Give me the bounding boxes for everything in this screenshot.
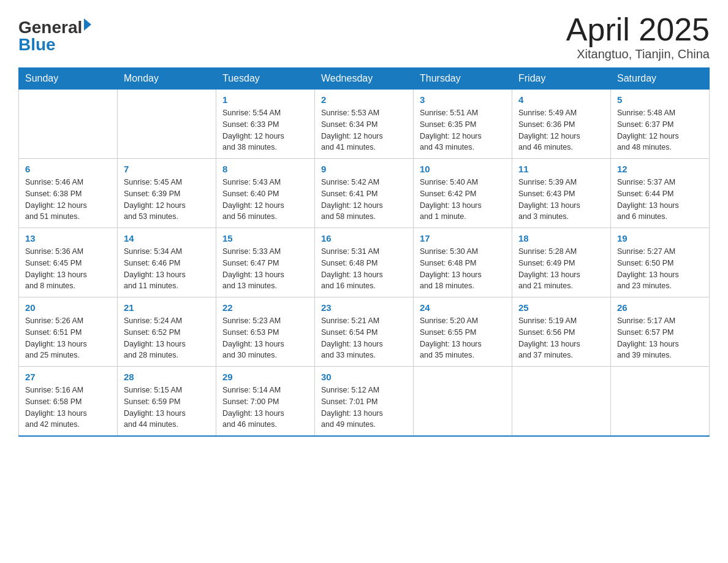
day-info: Sunrise: 5:27 AM Sunset: 6:50 PM Dayligh…: [617, 246, 703, 292]
day-info: Sunrise: 5:54 AM Sunset: 6:33 PM Dayligh…: [222, 107, 308, 153]
calendar-cell: 9Sunrise: 5:42 AM Sunset: 6:41 PM Daylig…: [315, 159, 414, 228]
calendar-cell: 4Sunrise: 5:49 AM Sunset: 6:36 PM Daylig…: [512, 90, 611, 159]
calendar-cell: 24Sunrise: 5:20 AM Sunset: 6:55 PM Dayli…: [414, 297, 512, 367]
day-of-week-header: Saturday: [611, 68, 710, 90]
calendar-cell: 3Sunrise: 5:51 AM Sunset: 6:35 PM Daylig…: [414, 90, 512, 159]
calendar-week-row: 20Sunrise: 5:26 AM Sunset: 6:51 PM Dayli…: [19, 297, 710, 367]
day-info: Sunrise: 5:17 AM Sunset: 6:57 PM Dayligh…: [617, 315, 703, 361]
logo-blue-text: Blue: [18, 35, 56, 54]
day-of-week-header: Wednesday: [315, 68, 414, 90]
day-number: 2: [321, 94, 407, 105]
day-number: 15: [222, 233, 308, 243]
day-info: Sunrise: 5:12 AM Sunset: 7:01 PM Dayligh…: [321, 385, 407, 431]
calendar-cell: [118, 90, 216, 159]
day-number: 26: [617, 302, 703, 313]
calendar-week-row: 6Sunrise: 5:46 AM Sunset: 6:38 PM Daylig…: [19, 159, 710, 228]
day-number: 24: [420, 302, 506, 313]
day-number: 17: [420, 233, 506, 243]
page-header: General Blue April 2025 Xitangtuo, Tianj…: [18, 12, 710, 61]
calendar-cell: [611, 367, 710, 437]
calendar-cell: 2Sunrise: 5:53 AM Sunset: 6:34 PM Daylig…: [315, 90, 414, 159]
calendar-cell: [19, 90, 118, 159]
day-info: Sunrise: 5:49 AM Sunset: 6:36 PM Dayligh…: [518, 107, 604, 153]
day-number: 25: [518, 302, 604, 313]
calendar-cell: 25Sunrise: 5:19 AM Sunset: 6:56 PM Dayli…: [512, 297, 611, 367]
day-info: Sunrise: 5:37 AM Sunset: 6:44 PM Dayligh…: [617, 177, 703, 223]
calendar-cell: [512, 367, 611, 437]
day-number: 29: [222, 372, 308, 382]
day-number: 14: [124, 233, 210, 243]
day-info: Sunrise: 5:51 AM Sunset: 6:35 PM Dayligh…: [420, 107, 506, 153]
day-number: 22: [222, 302, 308, 313]
day-number: 28: [124, 372, 210, 382]
day-number: 4: [518, 94, 604, 105]
calendar-cell: 1Sunrise: 5:54 AM Sunset: 6:33 PM Daylig…: [216, 90, 315, 159]
day-number: 10: [420, 164, 506, 174]
day-info: Sunrise: 5:21 AM Sunset: 6:54 PM Dayligh…: [321, 315, 407, 361]
logo-arrow-icon: [84, 18, 91, 31]
day-number: 13: [25, 233, 111, 243]
logo-general-text: General: [18, 18, 82, 37]
calendar-cell: 23Sunrise: 5:21 AM Sunset: 6:54 PM Dayli…: [315, 297, 414, 367]
day-info: Sunrise: 5:48 AM Sunset: 6:37 PM Dayligh…: [617, 107, 703, 153]
calendar-cell: 13Sunrise: 5:36 AM Sunset: 6:45 PM Dayli…: [19, 228, 118, 297]
calendar-cell: 29Sunrise: 5:14 AM Sunset: 7:00 PM Dayli…: [216, 367, 315, 437]
day-number: 7: [124, 164, 210, 174]
day-number: 12: [617, 164, 703, 174]
calendar-cell: [414, 367, 512, 437]
calendar-cell: 10Sunrise: 5:40 AM Sunset: 6:42 PM Dayli…: [414, 159, 512, 228]
calendar-cell: 30Sunrise: 5:12 AM Sunset: 7:01 PM Dayli…: [315, 367, 414, 437]
day-info: Sunrise: 5:31 AM Sunset: 6:48 PM Dayligh…: [321, 246, 407, 292]
calendar-cell: 6Sunrise: 5:46 AM Sunset: 6:38 PM Daylig…: [19, 159, 118, 228]
day-info: Sunrise: 5:16 AM Sunset: 6:58 PM Dayligh…: [25, 385, 111, 431]
day-info: Sunrise: 5:15 AM Sunset: 6:59 PM Dayligh…: [124, 385, 210, 431]
day-info: Sunrise: 5:23 AM Sunset: 6:53 PM Dayligh…: [222, 315, 308, 361]
calendar-header-row: SundayMondayTuesdayWednesdayThursdayFrid…: [19, 68, 710, 90]
day-info: Sunrise: 5:39 AM Sunset: 6:43 PM Dayligh…: [518, 177, 604, 223]
day-info: Sunrise: 5:34 AM Sunset: 6:46 PM Dayligh…: [124, 246, 210, 292]
calendar-cell: 17Sunrise: 5:30 AM Sunset: 6:48 PM Dayli…: [414, 228, 512, 297]
calendar-cell: 11Sunrise: 5:39 AM Sunset: 6:43 PM Dayli…: [512, 159, 611, 228]
day-number: 1: [222, 94, 308, 105]
day-info: Sunrise: 5:53 AM Sunset: 6:34 PM Dayligh…: [321, 107, 407, 153]
day-info: Sunrise: 5:45 AM Sunset: 6:39 PM Dayligh…: [124, 177, 210, 223]
calendar-week-row: 1Sunrise: 5:54 AM Sunset: 6:33 PM Daylig…: [19, 90, 710, 159]
day-number: 30: [321, 372, 407, 382]
day-number: 20: [25, 302, 111, 313]
day-info: Sunrise: 5:19 AM Sunset: 6:56 PM Dayligh…: [518, 315, 604, 361]
day-number: 8: [222, 164, 308, 174]
day-number: 9: [321, 164, 407, 174]
day-info: Sunrise: 5:26 AM Sunset: 6:51 PM Dayligh…: [25, 315, 111, 361]
day-number: 23: [321, 302, 407, 313]
calendar-title: April 2025: [566, 12, 710, 47]
day-of-week-header: Tuesday: [216, 68, 315, 90]
calendar-cell: 7Sunrise: 5:45 AM Sunset: 6:39 PM Daylig…: [118, 159, 216, 228]
day-of-week-header: Monday: [118, 68, 216, 90]
calendar-cell: 16Sunrise: 5:31 AM Sunset: 6:48 PM Dayli…: [315, 228, 414, 297]
calendar-cell: 18Sunrise: 5:28 AM Sunset: 6:49 PM Dayli…: [512, 228, 611, 297]
calendar-cell: 26Sunrise: 5:17 AM Sunset: 6:57 PM Dayli…: [611, 297, 710, 367]
title-block: April 2025 Xitangtuo, Tianjin, China: [566, 12, 710, 61]
day-number: 18: [518, 233, 604, 243]
calendar-cell: 22Sunrise: 5:23 AM Sunset: 6:53 PM Dayli…: [216, 297, 315, 367]
day-number: 5: [617, 94, 703, 105]
day-info: Sunrise: 5:43 AM Sunset: 6:40 PM Dayligh…: [222, 177, 308, 223]
calendar-cell: 20Sunrise: 5:26 AM Sunset: 6:51 PM Dayli…: [19, 297, 118, 367]
calendar-cell: 15Sunrise: 5:33 AM Sunset: 6:47 PM Dayli…: [216, 228, 315, 297]
day-number: 11: [518, 164, 604, 174]
calendar-cell: 27Sunrise: 5:16 AM Sunset: 6:58 PM Dayli…: [19, 367, 118, 437]
day-info: Sunrise: 5:40 AM Sunset: 6:42 PM Dayligh…: [420, 177, 506, 223]
day-info: Sunrise: 5:30 AM Sunset: 6:48 PM Dayligh…: [420, 246, 506, 292]
day-info: Sunrise: 5:28 AM Sunset: 6:49 PM Dayligh…: [518, 246, 604, 292]
day-number: 19: [617, 233, 703, 243]
calendar-week-row: 27Sunrise: 5:16 AM Sunset: 6:58 PM Dayli…: [19, 367, 710, 437]
day-of-week-header: Friday: [512, 68, 611, 90]
calendar-cell: 5Sunrise: 5:48 AM Sunset: 6:37 PM Daylig…: [611, 90, 710, 159]
day-number: 16: [321, 233, 407, 243]
calendar-cell: 19Sunrise: 5:27 AM Sunset: 6:50 PM Dayli…: [611, 228, 710, 297]
calendar-cell: 8Sunrise: 5:43 AM Sunset: 6:40 PM Daylig…: [216, 159, 315, 228]
day-info: Sunrise: 5:42 AM Sunset: 6:41 PM Dayligh…: [321, 177, 407, 223]
day-number: 21: [124, 302, 210, 313]
day-info: Sunrise: 5:24 AM Sunset: 6:52 PM Dayligh…: [124, 315, 210, 361]
day-info: Sunrise: 5:20 AM Sunset: 6:55 PM Dayligh…: [420, 315, 506, 361]
